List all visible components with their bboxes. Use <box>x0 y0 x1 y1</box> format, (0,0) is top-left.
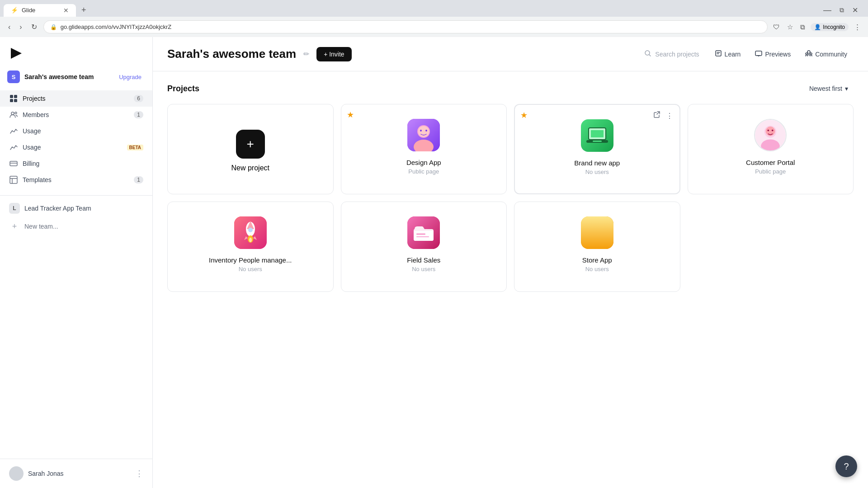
header-actions: Search projects Learn Previews <box>637 46 854 62</box>
community-icon <box>805 50 812 58</box>
project-card-field-sales[interactable]: Field Sales No users <box>341 202 507 292</box>
forward-button[interactable]: › <box>17 21 24 33</box>
projects-grid: + New project ★ <box>167 104 854 292</box>
projects-label: Projects <box>23 95 129 102</box>
grid-icon <box>9 94 18 103</box>
new-project-label: New project <box>231 164 269 172</box>
billing-label: Billing <box>23 160 143 167</box>
previews-icon <box>755 50 762 58</box>
address-bar[interactable]: 🔒 go.glideapps.com/o/vvJNYITxjzzA0okjckr… <box>43 20 768 33</box>
sort-button[interactable]: Newest first ▾ <box>804 82 854 95</box>
sidebar-item-projects[interactable]: Projects 6 <box>0 90 152 107</box>
store-icon <box>581 216 613 249</box>
svg-rect-3 <box>10 99 13 102</box>
user-more-button[interactable]: ⋮ <box>135 469 143 479</box>
design-app-meta: Public page <box>408 168 439 175</box>
svg-rect-4 <box>14 99 17 102</box>
restore-button[interactable]: ⧉ <box>837 4 847 17</box>
projects-count: 6 <box>134 95 143 102</box>
usage-icon <box>9 127 18 136</box>
sort-label: Newest first <box>809 85 842 92</box>
customer-portal-name: Customer Portal <box>746 159 795 166</box>
design-app-avatar <box>407 119 440 151</box>
user-avatar <box>9 466 24 481</box>
bookmark-icon[interactable]: ☆ <box>785 21 795 33</box>
incognito-icon: 👤 <box>814 24 821 30</box>
sidebar-item-billing[interactable]: Billing <box>0 155 152 172</box>
sidebar-item-lead-tracker[interactable]: L Lead Tracker App Team <box>0 199 152 217</box>
community-label: Community <box>815 51 847 58</box>
beta-badge: BETA <box>127 145 143 150</box>
external-link-icon[interactable] <box>651 109 662 122</box>
members-icon <box>9 110 18 119</box>
inventory-meta: No users <box>239 266 262 272</box>
project-card-customer-portal[interactable]: Customer Portal Public page <box>688 104 854 194</box>
sidebar-item-usage-beta[interactable]: Usage BETA <box>0 139 152 155</box>
laptop-icon <box>585 123 610 148</box>
store-app-meta: No users <box>585 266 609 272</box>
sidebar-item-usage[interactable]: Usage <box>0 123 152 139</box>
user-name: Sarah Jonas <box>28 470 131 477</box>
upgrade-button[interactable]: Upgrade <box>115 72 145 82</box>
back-button[interactable]: ‹ <box>5 21 13 33</box>
svg-rect-8 <box>10 176 17 183</box>
lead-tracker-avatar: L <box>9 203 20 214</box>
new-project-card[interactable]: + New project <box>167 104 334 194</box>
learn-icon <box>715 50 722 58</box>
folder-icon <box>407 216 440 249</box>
edit-title-icon[interactable]: ✏ <box>303 50 309 58</box>
community-button[interactable]: Community <box>799 46 854 62</box>
help-button[interactable]: ? <box>835 455 857 477</box>
members-label: Members <box>23 111 129 118</box>
invite-button[interactable]: + Invite <box>316 47 352 61</box>
search-button[interactable]: Search projects <box>637 46 706 62</box>
card-actions: ⋮ <box>651 109 675 122</box>
main-header: Sarah's awesome team ✏ + Invite Search p… <box>153 37 868 71</box>
split-view-icon[interactable]: ⧉ <box>798 21 807 33</box>
svg-rect-43 <box>581 216 613 249</box>
new-tab-button[interactable]: + <box>78 4 90 17</box>
search-placeholder: Search projects <box>655 51 699 58</box>
menu-icon[interactable]: ⋮ <box>852 21 863 33</box>
project-card-store-app[interactable]: Store App No users <box>514 202 680 292</box>
tab-bar: ⚡ Glide ✕ + — ⧉ ✕ <box>0 0 868 17</box>
reload-button[interactable]: ↻ <box>28 21 40 33</box>
svg-rect-23 <box>591 130 604 137</box>
svg-point-5 <box>11 112 14 115</box>
learn-button[interactable]: Learn <box>708 46 747 62</box>
team-section: S Sarah's awesome team Upgrade <box>0 67 152 87</box>
svg-rect-41 <box>416 234 425 235</box>
project-card-brand-new[interactable]: ★ ⋮ <box>514 104 680 194</box>
usage-label: Usage <box>23 127 143 135</box>
lock-icon: 🔒 <box>50 24 57 30</box>
minimize-button[interactable]: — <box>821 4 834 17</box>
shield-icon[interactable]: 🛡 <box>771 21 782 33</box>
incognito-label: Incognito <box>823 24 845 30</box>
svg-rect-11 <box>755 51 762 56</box>
svg-point-6 <box>15 112 17 114</box>
url-text: go.glideapps.com/o/vvJNYITxjzzA0okjckrZ <box>61 23 172 30</box>
sidebar-item-templates[interactable]: Templates 1 <box>0 172 152 188</box>
browser-controls: ‹ › ↻ 🔒 go.glideapps.com/o/vvJNYITxjzzA0… <box>0 17 868 37</box>
add-team-item[interactable]: + New team... <box>0 217 152 235</box>
sidebar-item-members[interactable]: Members 1 <box>0 107 152 123</box>
brand-new-app-name: Brand new app <box>574 159 620 167</box>
store-app-name: Store App <box>582 256 612 264</box>
svg-rect-10 <box>716 51 721 56</box>
sidebar: S Sarah's awesome team Upgrade Projects … <box>0 37 153 488</box>
active-tab[interactable]: ⚡ Glide ✕ <box>4 4 76 17</box>
svg-point-13 <box>806 53 807 55</box>
close-window-button[interactable]: ✕ <box>849 4 861 17</box>
svg-rect-42 <box>416 236 429 237</box>
learn-label: Learn <box>725 51 741 58</box>
section-title: Projects <box>167 84 199 94</box>
close-tab-button[interactable]: ✕ <box>63 7 69 14</box>
team-name: Sarah's awesome team <box>24 73 111 80</box>
more-options-icon[interactable]: ⋮ <box>664 109 675 122</box>
project-card-design-app[interactable]: ★ <box>341 104 507 194</box>
rocket-icon <box>234 216 267 249</box>
previews-button[interactable]: Previews <box>749 46 797 62</box>
svg-point-37 <box>248 228 253 232</box>
project-card-inventory[interactable]: Inventory People manage... No users <box>167 202 334 292</box>
tab-favicon: ⚡ <box>11 7 18 14</box>
